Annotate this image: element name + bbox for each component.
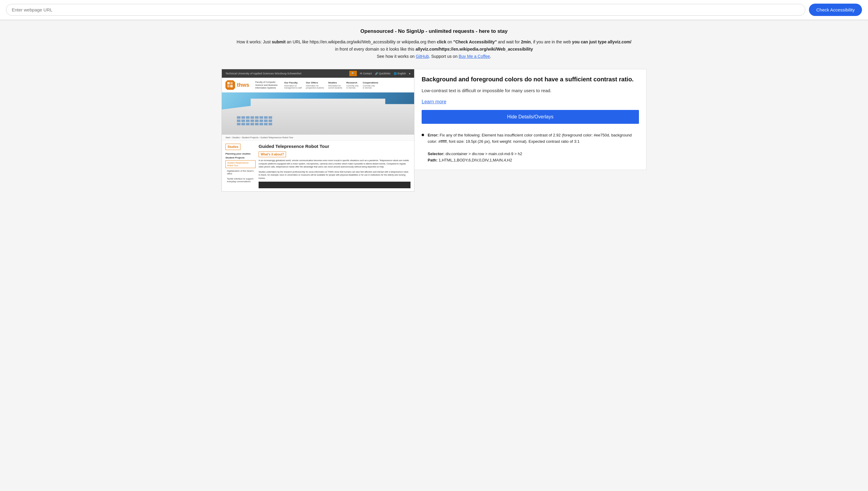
topbar-quicklinks[interactable]: 🔗 Quicklinks [375,72,391,75]
nav-our-offers-label: Our Offers [306,81,324,84]
desc-on: on [446,39,453,44]
nav-studies-label: Studies [328,81,342,84]
desc-front: in front of every domain so it looks lik… [335,47,416,52]
github-link[interactable]: GitHub [416,54,429,59]
main-layout: Technical University of Applied Sciences… [216,66,652,201]
error-label: Error: [428,133,439,137]
para2: Studies undertaken by the research profe… [259,171,411,180]
info-headline: Opensourced - No SignUp - unlimited requ… [235,28,633,34]
site-university-title: Technical University of Applied Sciences… [225,72,301,75]
site-hero-image [222,92,414,135]
nav-research-sub: Currently onlyin German [346,85,358,89]
learn-more-link[interactable]: Learn more [422,99,639,105]
para1: In an increasingly globalized world, rem… [259,159,411,169]
sidebar-item-tactile[interactable]: Tactile interface to support everyday co… [225,176,256,184]
result-heading: Background and foreground colors do not … [422,75,639,83]
nav-cooperations-label: Cooperations [363,81,378,84]
error-section: Error: Fix any of the following: Element… [422,130,639,164]
desc-url-text: an URL like https://en.wikipedia.org/wik… [286,39,437,44]
dark-strip [259,182,411,188]
desc-prefix: How it works: Just [236,39,272,44]
nav-cooperations[interactable]: Cooperations Currently onlyin German [363,81,378,89]
result-description: Low-contrast text is difficult or imposs… [422,87,639,94]
nav-our-faculty-label: Our Faculty [284,81,302,84]
nav-studies-sub: Information forcurrent students [328,85,342,89]
nav-our-offers-sub: Information forprospective students [306,85,324,89]
sidebar-item-robot-tour[interactable]: Guided Telepresence Robot Tour [225,160,256,168]
site-logo: thws [225,80,249,90]
topbar-info[interactable]: ● [409,72,411,75]
topbar-contact[interactable]: ✉ Contact [360,72,372,75]
sidebar-projects-cat: Student Projects [225,156,256,159]
selector-value: div.container > div.row > main.col-md-9 … [445,151,522,156]
nav-research[interactable]: Research Currently onlyin German [346,81,358,89]
sidebar-planning-cat: Planning your studies [225,152,256,155]
nav-our-faculty[interactable]: Our Faculty Information onmanagement & s… [284,81,302,89]
selector-label: Selector: [428,151,445,156]
url-input[interactable] [6,4,805,16]
error-item: Error: Fix any of the following: Element… [422,132,639,164]
desc-example-url: allyviz.com/https://en.wikipedia.org/wik… [416,47,533,52]
topbar-english[interactable]: 🌐 English [394,72,406,75]
desc-bold-click: click [437,39,446,44]
site-nav: thws Faculty of Computer Science and Bus… [222,78,414,92]
desc-line2: See how it works on [377,54,416,59]
desc-end: . [490,54,491,59]
svg-rect-2 [227,85,230,87]
svg-rect-1 [230,82,233,84]
desc-middle: . Support us on [429,54,459,59]
site-breadcrumb: Start › Studies › Student Projects › Gui… [222,135,414,141]
page-main-title: Guided Telepresence Robot Tour [259,144,411,149]
thws-logo-text: thws [237,82,249,88]
sidebar-studies-heading[interactable]: Studies [225,144,241,150]
preview-panel: Technical University of Applied Sciences… [222,69,414,192]
error-text-block: Error: Fix any of the following: Element… [428,132,639,164]
nav-our-faculty-sub: Information onmanagement & staff [284,85,302,89]
site-main-content: Guided Telepresence Robot Tour What's it… [259,144,411,188]
header-bar: Check Accessibility [0,0,868,20]
topbar-links: 🔍 ✉ Contact 🔗 Quicklinks 🌐 English ● [349,71,411,76]
nav-items: Our Faculty Information onmanagement & s… [284,81,411,89]
desc-type-allyviz: you can just type allyviz.com/ [572,39,632,44]
nav-studies[interactable]: Studies Information forcurrent students [328,81,342,89]
info-description: How it works: Just submit an URL like ht… [235,38,633,60]
sidebar-menu: Planning your studies Student Projects G… [225,152,256,184]
nav-our-offers[interactable]: Our Offers Information forprospective st… [306,81,324,89]
coffee-link[interactable]: Buy Me a Coffee [459,54,490,59]
desc-continue: , if you are in the web [531,39,572,44]
desc-2min: 2min [521,39,531,44]
path-value: 1,HTML,1,BODY,6,DIV,0,DIV,1,MAIN,4,H2 [439,158,512,162]
section-heading: What's it about? [259,151,286,157]
desc-wait: and wait for [497,39,521,44]
search-icon-box[interactable]: 🔍 [349,71,357,76]
path-label: Path: [428,158,438,162]
bullet-icon [422,134,424,136]
nav-cooperations-sub: Currently onlyin German [363,85,378,89]
check-accessibility-button[interactable]: Check Accessibility [809,4,862,16]
error-body: Fix any of the following: Element has in… [428,133,632,144]
sidebar-item-deans[interactable]: Digitalization of the Dean's office [225,169,256,176]
thws-logo-icon [225,80,235,90]
svg-rect-3 [230,85,233,87]
faculty-info: Faculty of Computer Science and Business… [255,81,279,89]
info-section: Opensourced - No SignUp - unlimited requ… [223,20,645,66]
desc-quoted: "Check Accessibility" [453,39,497,44]
hide-details-button[interactable]: Hide Details/Overlays [422,110,639,124]
results-panel: Background and foreground colors do not … [414,69,646,170]
nav-research-label: Research [346,81,358,84]
svg-rect-0 [227,82,230,84]
site-sidebar: Studies Planning your studies Student Pr… [225,144,259,188]
hero-windows [237,116,272,128]
site-topbar: Technical University of Applied Sciences… [222,69,414,78]
desc-bold-submit: submit [272,39,286,44]
site-content: Studies Planning your studies Student Pr… [222,141,414,191]
